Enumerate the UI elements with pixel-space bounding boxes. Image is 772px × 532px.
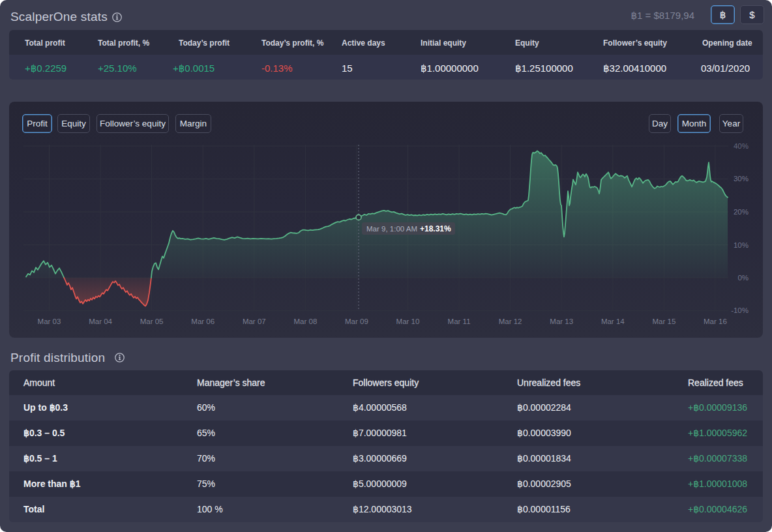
svg-text:Mar 07: Mar 07 (243, 318, 266, 325)
svg-text:Mar 06: Mar 06 (191, 318, 215, 325)
svg-text:+18.31%: +18.31% (420, 224, 451, 233)
svg-text:10%: 10% (734, 241, 749, 249)
svg-text:Mar 14: Mar 14 (601, 318, 625, 325)
svg-text:Mar 9, 1:00 AM: Mar 9, 1:00 AM (366, 225, 417, 233)
svg-text:Mar 08: Mar 08 (294, 318, 318, 325)
svg-text:Mar 12: Mar 12 (499, 318, 522, 325)
svg-text:Mar 16: Mar 16 (704, 318, 727, 325)
svg-text:Mar 03: Mar 03 (38, 318, 61, 325)
svg-text:Mar 11: Mar 11 (448, 318, 471, 325)
svg-text:40%: 40% (734, 142, 749, 150)
svg-text:-10%: -10% (731, 306, 749, 314)
svg-text:20%: 20% (734, 208, 749, 216)
svg-text:Mar 10: Mar 10 (396, 318, 420, 325)
svg-text:Mar 09: Mar 09 (345, 318, 368, 325)
svg-text:30%: 30% (734, 175, 749, 183)
svg-text:Mar 13: Mar 13 (550, 318, 573, 325)
svg-text:Mar 04: Mar 04 (89, 318, 112, 325)
svg-text:0%: 0% (737, 274, 749, 282)
svg-text:Mar 05: Mar 05 (140, 318, 164, 325)
svg-text:Mar 15: Mar 15 (653, 318, 676, 325)
